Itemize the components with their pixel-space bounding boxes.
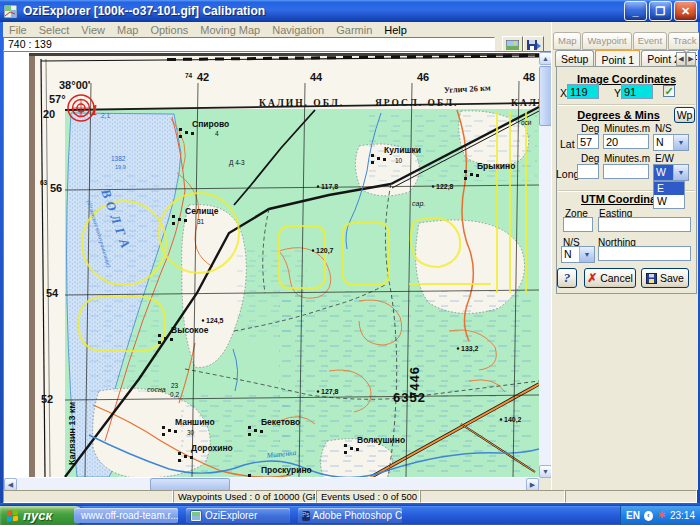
long-minutes-input[interactable] [603,164,649,179]
cancel-button[interactable]: ✗ Cancel [584,268,636,288]
building-mark [184,219,187,222]
tray-app-icon[interactable]: ✱ [657,511,666,521]
spot-height-dot [202,319,204,321]
y-label: Y [614,87,621,99]
start-button[interactable]: пуск [0,506,84,525]
chevron-down-icon[interactable]: ▼ [579,247,594,262]
map-label: 23 [171,382,179,389]
lat-ns-combo[interactable]: N ▼ [653,134,689,151]
deg-column-label: Deg [581,123,599,134]
wp-button[interactable]: Wp [674,107,695,123]
map-label: 56 [50,182,62,194]
save-button[interactable]: Save [641,268,689,288]
tab-point1[interactable]: Point 1 [595,50,640,66]
y-coordinate-input[interactable] [621,84,653,99]
help-button[interactable]: ? [557,268,577,288]
tab-waypoint[interactable]: Waypoint [582,32,631,50]
menu-garmin[interactable]: Garmin [330,24,378,36]
long-ew-combo[interactable]: W ▼ [653,164,689,181]
task-firefox[interactable]: www.off-road-team.r... [74,508,178,523]
tab-scroll-right-icon[interactable]: ▶ [686,52,696,66]
building-mark [350,447,353,450]
utm-ns-combo[interactable]: N ▼ [561,246,595,263]
x-label: X [560,87,567,99]
lat-label: Lat [560,138,575,150]
building-mark [254,429,257,432]
task-oziexplorer[interactable]: OziExplorer [186,508,290,523]
task-photoshop[interactable]: Ps Adobe Photoshop CS... [298,508,402,523]
x-coordinate-input[interactable] [567,84,599,99]
building-mark [464,170,467,173]
oziexplorer-icon [190,510,202,522]
map-label: Бекетово [261,417,300,427]
language-indicator[interactable]: EN [626,510,640,521]
divider [558,104,695,106]
building-mark [178,459,181,462]
chevron-down-icon[interactable]: ▼ [673,135,688,150]
northing-input[interactable] [598,246,691,261]
map-label: Маншино [175,417,215,427]
map-label: Проскурино [261,465,312,475]
spot-height-dot [432,185,434,187]
title-bar[interactable]: OziExplorer [100k--o37-101.gif] Calibrat… [0,0,700,22]
map-label: 57° [49,93,66,105]
map-label: 20 [43,108,55,120]
cancel-x-icon: ✗ [587,271,597,285]
menu-select[interactable]: Select [33,24,76,36]
restore-button[interactable]: ❐ [649,1,672,21]
ew-option-e[interactable]: E [654,182,684,195]
photoshop-icon: Ps [302,511,310,521]
language-bar-icon[interactable]: ‹ [644,511,653,521]
tab-track[interactable]: Track [668,32,699,50]
building-mark [179,135,182,138]
menu-navigation[interactable]: Navigation [266,24,330,36]
ew-option-w[interactable]: W [654,195,684,208]
menu-view[interactable]: View [75,24,111,36]
building-mark [377,157,380,160]
building-mark [172,215,175,218]
menu-moving-map[interactable]: Moving Map [194,24,266,36]
lat-deg-input[interactable] [577,134,599,149]
windows-logo-icon [6,509,19,522]
menu-help[interactable]: Help [378,24,413,36]
map-label: 44 [310,71,323,83]
map-canvas[interactable]: 38°00'57°20744244464863565452Углич 26 км… [29,53,539,477]
save-label: Save [660,272,684,284]
building-mark [158,334,161,337]
easting-input[interactable] [598,217,691,232]
building-mark [164,337,167,340]
map-label: 120,7 [316,247,334,255]
chevron-down-icon[interactable]: ▼ [673,165,688,180]
menu-map[interactable]: Map [111,24,144,36]
map-label: Спирово [192,119,229,129]
building-mark [344,444,347,447]
image-icon [506,40,519,50]
long-deg-input[interactable] [577,164,599,179]
map-label: 10 [395,157,403,164]
lat-minutes-input[interactable] [603,134,649,149]
close-button[interactable]: ✕ [674,1,697,21]
building-mark [248,426,251,429]
tab-event[interactable]: Event [633,32,667,50]
tab-scroll-left-icon[interactable]: ◀ [676,52,686,66]
tab-setup[interactable]: Setup [555,50,594,67]
building-mark [356,448,359,451]
map-label: 48 [523,71,535,83]
map-label: Селище [185,206,219,216]
system-tray: EN ‹ ✱ 23:14 [620,506,700,525]
spot-height-dot [317,390,319,392]
status-panel-empty3 [565,490,697,503]
tab-map[interactable]: Map [553,32,581,50]
minimize-button[interactable]: _ [624,1,647,21]
map-label: Высокое [171,325,209,335]
point-enabled-checkbox[interactable]: ✓ [663,85,675,97]
menu-options[interactable]: Options [144,24,194,36]
map-label: сар. [412,200,425,208]
minutes-column-label: Minutes.m [604,123,650,134]
building-mark [464,177,467,180]
building-mark [371,161,374,164]
zone-input[interactable] [563,217,593,232]
building-mark [190,456,193,459]
building-mark [170,338,173,341]
menu-file[interactable]: File [3,24,33,36]
